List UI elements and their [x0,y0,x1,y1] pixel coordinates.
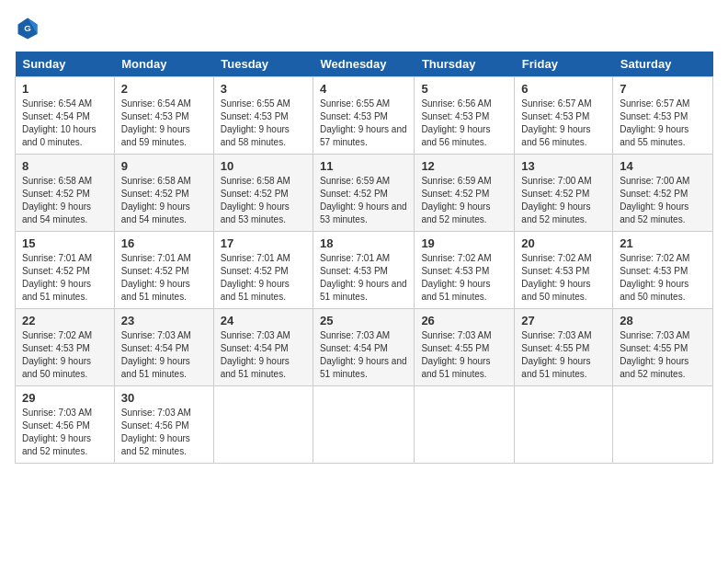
day-info: Sunrise: 7:02 AMSunset: 4:53 PMDaylight:… [521,252,606,304]
calendar-cell: 21Sunrise: 7:02 AMSunset: 4:53 PMDayligh… [613,232,713,309]
calendar-cell: 9Sunrise: 6:58 AMSunset: 4:52 PMDaylight… [114,155,213,232]
calendar-cell: 24Sunrise: 7:03 AMSunset: 4:54 PMDayligh… [213,309,313,386]
weekday-header-row: SundayMondayTuesdayWednesdayThursdayFrid… [16,52,713,77]
calendar-cell [213,386,313,464]
day-info: Sunrise: 6:55 AMSunset: 4:53 PMDaylight:… [221,98,306,149]
calendar-cell: 12Sunrise: 6:59 AMSunset: 4:52 PMDayligh… [415,155,515,232]
day-number: 2 [121,82,207,96]
day-info: Sunrise: 7:03 AMSunset: 4:56 PMDaylight:… [121,407,207,458]
day-number: 30 [121,391,207,405]
week-row-5: 29Sunrise: 7:03 AMSunset: 4:56 PMDayligh… [16,386,713,464]
calendar-cell: 15Sunrise: 7:01 AMSunset: 4:52 PMDayligh… [16,232,115,309]
calendar-cell [415,386,515,464]
day-info: Sunrise: 6:57 AMSunset: 4:53 PMDaylight:… [620,98,706,149]
weekday-header-monday: Monday [114,52,213,77]
day-info: Sunrise: 7:02 AMSunset: 4:53 PMDaylight:… [421,252,507,304]
calendar-cell: 13Sunrise: 7:00 AMSunset: 4:52 PMDayligh… [515,155,613,232]
calendar-cell [515,386,613,464]
day-number: 3 [221,82,306,96]
day-number: 24 [221,314,306,327]
calendar-cell: 27Sunrise: 7:03 AMSunset: 4:55 PMDayligh… [515,309,613,386]
svg-text:G: G [24,23,31,33]
weekday-header-friday: Friday [515,52,613,77]
day-number: 26 [421,314,507,327]
day-number: 19 [421,236,507,250]
day-number: 11 [320,159,407,173]
day-info: Sunrise: 7:03 AMSunset: 4:55 PMDaylight:… [521,329,606,381]
day-number: 17 [221,236,306,250]
calendar-cell: 11Sunrise: 6:59 AMSunset: 4:52 PMDayligh… [313,155,415,232]
calendar-cell: 29Sunrise: 7:03 AMSunset: 4:56 PMDayligh… [16,386,115,464]
calendar-cell: 6Sunrise: 6:57 AMSunset: 4:53 PMDaylight… [515,77,613,155]
calendar-cell: 10Sunrise: 6:58 AMSunset: 4:52 PMDayligh… [213,155,313,232]
day-number: 7 [620,82,706,96]
calendar-cell: 30Sunrise: 7:03 AMSunset: 4:56 PMDayligh… [114,386,213,464]
day-info: Sunrise: 7:00 AMSunset: 4:52 PMDaylight:… [521,175,606,226]
day-number: 9 [121,159,207,173]
calendar-cell: 19Sunrise: 7:02 AMSunset: 4:53 PMDayligh… [415,232,515,309]
calendar-cell: 5Sunrise: 6:56 AMSunset: 4:53 PMDaylight… [415,77,515,155]
day-info: Sunrise: 6:58 AMSunset: 4:52 PMDaylight:… [121,175,207,226]
calendar-cell: 14Sunrise: 7:00 AMSunset: 4:52 PMDayligh… [613,155,713,232]
day-info: Sunrise: 6:58 AMSunset: 4:52 PMDaylight:… [221,175,306,226]
day-info: Sunrise: 7:02 AMSunset: 4:53 PMDaylight:… [22,329,108,381]
calendar-cell: 1Sunrise: 6:54 AMSunset: 4:54 PMDaylight… [16,77,115,155]
weekday-header-sunday: Sunday [16,52,115,77]
day-info: Sunrise: 6:59 AMSunset: 4:52 PMDaylight:… [320,175,407,226]
day-info: Sunrise: 6:54 AMSunset: 4:54 PMDaylight:… [22,98,108,149]
day-info: Sunrise: 7:03 AMSunset: 4:54 PMDaylight:… [320,329,407,381]
calendar-table: SundayMondayTuesdayWednesdayThursdayFrid… [15,52,713,464]
calendar-cell: 20Sunrise: 7:02 AMSunset: 4:53 PMDayligh… [515,232,613,309]
calendar-cell: 8Sunrise: 6:58 AMSunset: 4:52 PMDaylight… [16,155,115,232]
day-number: 5 [421,82,507,96]
day-number: 27 [521,314,606,327]
calendar-cell: 25Sunrise: 7:03 AMSunset: 4:54 PMDayligh… [313,309,415,386]
calendar-cell: 16Sunrise: 7:01 AMSunset: 4:52 PMDayligh… [114,232,213,309]
day-number: 8 [22,159,108,173]
day-number: 23 [121,314,207,327]
day-number: 1 [22,82,108,96]
day-info: Sunrise: 6:54 AMSunset: 4:53 PMDaylight:… [121,98,207,149]
day-number: 6 [521,82,606,96]
day-info: Sunrise: 7:01 AMSunset: 4:52 PMDaylight:… [121,252,207,304]
day-number: 21 [620,236,706,250]
header: G [15,15,713,40]
weekday-header-thursday: Thursday [415,52,515,77]
day-info: Sunrise: 6:59 AMSunset: 4:52 PMDaylight:… [421,175,507,226]
calendar-cell: 23Sunrise: 7:03 AMSunset: 4:54 PMDayligh… [114,309,213,386]
day-info: Sunrise: 7:01 AMSunset: 4:52 PMDaylight:… [221,252,306,304]
day-info: Sunrise: 7:03 AMSunset: 4:55 PMDaylight:… [620,329,706,381]
calendar-cell: 17Sunrise: 7:01 AMSunset: 4:52 PMDayligh… [213,232,313,309]
calendar-cell: 7Sunrise: 6:57 AMSunset: 4:53 PMDaylight… [613,77,713,155]
day-number: 29 [22,391,108,405]
day-number: 20 [521,236,606,250]
day-info: Sunrise: 6:57 AMSunset: 4:53 PMDaylight:… [521,98,606,149]
day-info: Sunrise: 7:01 AMSunset: 4:52 PMDaylight:… [22,252,108,304]
day-info: Sunrise: 7:01 AMSunset: 4:53 PMDaylight:… [320,252,407,304]
logo: G [15,15,42,40]
day-number: 28 [620,314,706,327]
calendar-cell: 28Sunrise: 7:03 AMSunset: 4:55 PMDayligh… [613,309,713,386]
week-row-3: 15Sunrise: 7:01 AMSunset: 4:52 PMDayligh… [16,232,713,309]
day-info: Sunrise: 7:03 AMSunset: 4:56 PMDaylight:… [22,407,108,458]
day-info: Sunrise: 7:03 AMSunset: 4:55 PMDaylight:… [421,329,507,381]
day-number: 22 [22,314,108,327]
day-number: 12 [421,159,507,173]
day-number: 4 [320,82,407,96]
day-info: Sunrise: 7:03 AMSunset: 4:54 PMDaylight:… [221,329,306,381]
calendar-cell [613,386,713,464]
calendar-cell [313,386,415,464]
calendar-cell: 2Sunrise: 6:54 AMSunset: 4:53 PMDaylight… [114,77,213,155]
logo-icon: G [15,15,40,40]
weekday-header-tuesday: Tuesday [213,52,313,77]
weekday-header-wednesday: Wednesday [313,52,415,77]
week-row-1: 1Sunrise: 6:54 AMSunset: 4:54 PMDaylight… [16,77,713,155]
day-info: Sunrise: 6:55 AMSunset: 4:53 PMDaylight:… [320,98,407,149]
calendar-cell: 22Sunrise: 7:02 AMSunset: 4:53 PMDayligh… [16,309,115,386]
week-row-4: 22Sunrise: 7:02 AMSunset: 4:53 PMDayligh… [16,309,713,386]
day-number: 25 [320,314,407,327]
day-info: Sunrise: 6:58 AMSunset: 4:52 PMDaylight:… [22,175,108,226]
day-number: 15 [22,236,108,250]
day-number: 13 [521,159,606,173]
day-info: Sunrise: 7:00 AMSunset: 4:52 PMDaylight:… [620,175,706,226]
